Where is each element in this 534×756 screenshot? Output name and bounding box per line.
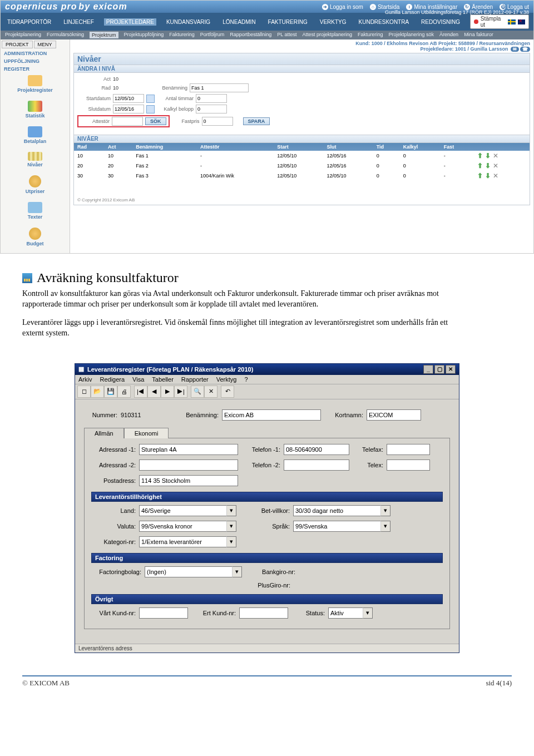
tb-undo[interactable]: ↶ — [221, 386, 234, 398]
ctx-projekt[interactable]: PROJEKT — [2, 41, 33, 48]
down-icon[interactable]: ⬇ — [484, 162, 492, 170]
post-input[interactable] — [139, 475, 238, 486]
phone-icon[interactable]: ☎ — [520, 47, 530, 52]
timmar-input[interactable] — [196, 94, 227, 103]
down-icon[interactable]: ⬇ — [484, 172, 492, 180]
adr1-input[interactable] — [139, 444, 238, 455]
kat-dropdown[interactable]: ▾ — [139, 536, 236, 547]
menu-verktyg[interactable]: Verktyg — [216, 376, 237, 383]
adr2-input[interactable] — [139, 459, 238, 471]
tab-projektledare[interactable]: PROJEKTLEDARE — [104, 18, 156, 26]
val-dropdown[interactable]: ▾ — [139, 521, 236, 532]
bet-dropdown[interactable]: ▾ — [293, 505, 390, 516]
tab-linjechef[interactable]: LINJECHEF — [61, 18, 96, 26]
tb-last[interactable]: ⯈| — [174, 386, 187, 398]
flag-uk-icon[interactable] — [518, 19, 525, 24]
vk-input[interactable] — [139, 607, 188, 619]
side-projektregister[interactable]: Projektregister — [2, 73, 68, 98]
side-section-admin[interactable]: ADMINISTRATION — [2, 50, 68, 57]
fact-dropdown[interactable]: ▾ — [145, 566, 242, 577]
tab-redovisning[interactable]: REDOVISNING — [419, 18, 462, 26]
fast-input[interactable] — [202, 117, 233, 126]
mail-icon[interactable]: ✉ — [511, 47, 519, 52]
down-icon[interactable]: ⬇ — [484, 152, 492, 160]
tb-search[interactable]: 🔍 — [191, 386, 204, 398]
kort-input[interactable] — [367, 409, 421, 421]
subtab-formularsokning[interactable]: Formulärsökning — [47, 32, 84, 38]
menu-rapporter[interactable]: Rapporter — [181, 376, 209, 383]
subtab-portfoljrum[interactable]: Portföljrum — [200, 32, 225, 38]
attest-input[interactable] — [112, 117, 143, 126]
side-section-register[interactable]: REGISTER — [2, 65, 68, 73]
side-nivaer[interactable]: Nivåer — [2, 150, 68, 173]
subtab-attest-projektplanering[interactable]: Attest projektplanering — [302, 32, 352, 38]
calendar-start-icon[interactable] — [146, 95, 155, 103]
side-utpriser[interactable]: Utpriser — [2, 173, 68, 200]
home-link[interactable]: ⌂Startsida — [370, 4, 399, 10]
menu-visa[interactable]: Visa — [132, 376, 144, 383]
tab-loneadmin[interactable]: LÖNEADMIN — [220, 18, 258, 26]
tab-kundreskontra[interactable]: KUNDRESKONTRA — [357, 18, 412, 26]
side-section-uppfoljning[interactable]: UPPFÖLJNING — [2, 57, 68, 65]
fax-input[interactable] — [387, 444, 430, 455]
tb-first[interactable]: |⯇ — [134, 386, 147, 398]
subtab-projektplanering-sok[interactable]: Projektplanering sök — [389, 32, 434, 38]
flag-se-icon[interactable] — [508, 19, 515, 24]
maximize-button[interactable]: ▢ — [434, 365, 444, 374]
tel1-input[interactable] — [284, 444, 349, 455]
ben-input[interactable] — [222, 409, 321, 421]
subtab-projektplanering[interactable]: Projektplanering — [5, 32, 41, 38]
tab-kundansvarig[interactable]: KUNDANSVARIG — [164, 18, 212, 26]
subtab-projektrum[interactable]: Projektrum — [90, 32, 118, 38]
tb-print[interactable]: 🖨 — [117, 386, 131, 398]
side-texter[interactable]: Texter — [2, 200, 68, 225]
tab-ekonomi[interactable]: Ekonomi — [124, 428, 169, 438]
slut-input[interactable] — [113, 105, 144, 113]
side-budget[interactable]: Budget — [2, 225, 68, 252]
tab-tidrapportor[interactable]: TIDRAPPORTÖR — [5, 18, 53, 26]
spara-button[interactable]: SPARA — [243, 117, 270, 125]
subtab-fakturering[interactable]: Fakturering — [169, 32, 195, 38]
ctx-meny[interactable]: MENY — [34, 41, 56, 48]
delete-icon[interactable]: ✕ — [492, 162, 500, 170]
subtab-plattest[interactable]: PL attest — [277, 32, 296, 38]
up-icon[interactable]: ⬆ — [476, 152, 484, 160]
tab-allman[interactable]: Allmän — [84, 428, 124, 438]
spr-dropdown[interactable]: ▾ — [293, 521, 390, 532]
tel2-input[interactable] — [284, 459, 349, 471]
tlx-input[interactable] — [387, 459, 430, 471]
login-link[interactable]: ➜Logga in som — [322, 4, 363, 10]
up-icon[interactable]: ⬆ — [476, 172, 484, 180]
table-row[interactable]: 1010 Fas 1- 12/05/1012/05/16 00 - ⬆⬇✕ — [74, 151, 530, 161]
close-button[interactable]: ✕ — [446, 365, 456, 374]
tb-prev[interactable]: ◀ — [147, 386, 161, 398]
menu-arkiv[interactable]: Arkiv — [78, 376, 92, 383]
subtab-fakturering2[interactable]: Fakturering — [358, 32, 383, 38]
table-row[interactable]: 2020 Fas 2- 12/05/1012/05/16 00 - ⬆⬇✕ — [74, 161, 530, 171]
st-dropdown[interactable]: ▾ — [328, 607, 373, 619]
up-icon[interactable]: ⬆ — [476, 162, 484, 170]
ek-input[interactable] — [239, 607, 288, 619]
menu-tabeller[interactable]: Tabeller — [152, 376, 174, 383]
tab-verktyg[interactable]: VERKTYG — [318, 18, 349, 26]
stampla-button[interactable]: Stämpla ut — [470, 14, 529, 29]
tb-new[interactable]: ◻ — [77, 386, 91, 398]
menu-help[interactable]: ? — [244, 376, 248, 383]
tb-open[interactable]: 📂 — [91, 386, 104, 398]
cases-link[interactable]: ↻Ärenden — [464, 4, 493, 10]
subtab-arenden[interactable]: Ärenden — [439, 32, 458, 38]
delete-icon[interactable]: ✕ — [492, 152, 500, 160]
logout-link[interactable]: ⏻Logga ut — [500, 4, 529, 10]
tab-fakturering[interactable]: FAKTURERING — [266, 18, 310, 26]
side-betalplan[interactable]: Betalplan — [2, 124, 68, 150]
ben-input[interactable] — [190, 83, 249, 92]
kalk-input[interactable] — [196, 105, 227, 113]
delete-icon[interactable]: ✕ — [492, 172, 500, 180]
tb-save[interactable]: 💾 — [104, 386, 117, 398]
start-input[interactable] — [113, 94, 144, 103]
calendar-slut-icon[interactable] — [146, 105, 155, 113]
subtab-rapportbestallning[interactable]: Rapportbeställning — [230, 32, 271, 38]
minimize-button[interactable]: _ — [423, 365, 433, 374]
settings-link[interactable]: iMina inställningar — [406, 4, 457, 10]
subtab-mina-fakturor[interactable]: Mina fakturor — [464, 32, 493, 38]
